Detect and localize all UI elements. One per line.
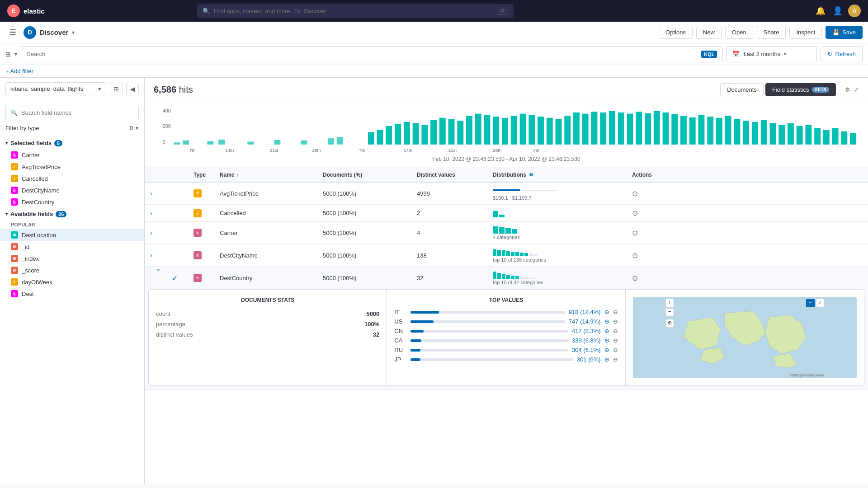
options-button[interactable]: Options <box>659 26 693 39</box>
field-search-bar[interactable]: 🔍 <box>5 105 139 120</box>
filter-bar: ⊞ ▾ KQL 📅 Last 2 months ▾ ↻ Refresh <box>0 43 868 65</box>
filter-by-type-chevron[interactable]: ▾ <box>136 125 139 131</box>
remove-filter-icon[interactable]: ⊖ <box>613 337 618 344</box>
action-cell[interactable]: ⊙ <box>632 251 686 260</box>
notifications-icon[interactable]: 🔔 <box>814 4 827 18</box>
selected-field-avgticketprice[interactable]: # AvgTicketPrice <box>0 161 144 173</box>
popular-section-label: Popular <box>0 220 144 229</box>
svg-rect-68 <box>761 120 767 145</box>
expand-row-avgticketprice[interactable]: › <box>150 190 168 197</box>
remove-filter-icon[interactable]: ⊖ <box>613 356 618 363</box>
selected-field-destcountry[interactable]: k DestCountry <box>0 196 144 208</box>
refresh-button[interactable]: ↻ Refresh <box>821 46 863 62</box>
share-button[interactable]: Share <box>757 26 786 39</box>
add-filter-button[interactable]: + Add filter <box>5 68 863 75</box>
svg-text:←: ← <box>808 300 813 305</box>
add-filter-icon[interactable]: ⊕ <box>604 356 609 363</box>
fullscreen-icon[interactable]: ⤢ <box>854 86 859 93</box>
search-shortcut: ⌘/ <box>497 7 508 15</box>
add-filter-icon[interactable]: ⊕ <box>604 347 609 353</box>
doc-cell: 5000 (100%) <box>323 190 413 197</box>
col-name[interactable]: Name ↑ <box>220 172 319 178</box>
index-pattern-selector[interactable]: kibana_sample_data_flights ▾ <box>5 82 106 95</box>
main-layout: kibana_sample_data_flights ▾ ⊞ ◀ 🔍 Filte… <box>0 78 868 484</box>
save-button[interactable]: 💾 Save <box>826 26 863 39</box>
tab-documents[interactable]: Documents <box>720 83 764 96</box>
row-selected-icon[interactable]: ✓ <box>172 274 190 282</box>
top-values-title: TOP VALUES <box>394 297 618 303</box>
global-search[interactable]: 🔍 ⌘/ <box>197 4 514 18</box>
svg-rect-67 <box>752 122 758 145</box>
remove-filter-icon[interactable]: ⊖ <box>613 347 618 353</box>
docs-stats-title: DOCUMENTS STATS <box>156 297 379 303</box>
selected-field-destcityname[interactable]: k DestCityName <box>0 184 144 196</box>
selected-field-cancelled[interactable]: ! Cancelled <box>0 173 144 184</box>
svg-rect-50 <box>600 113 606 145</box>
kql-badge[interactable]: KQL <box>701 51 717 58</box>
global-search-input[interactable] <box>213 8 493 14</box>
svg-rect-28 <box>404 122 410 145</box>
add-filter-icon[interactable]: ⊕ <box>604 328 609 334</box>
available-field-dest[interactable]: k Dest <box>0 288 144 300</box>
elastic-logo[interactable]: E elastic <box>7 5 45 17</box>
available-field-score[interactable]: ⊘ _score <box>0 264 144 276</box>
avatar[interactable]: A <box>848 5 861 17</box>
settings-icon[interactable]: ⚙ <box>845 86 850 93</box>
col-type: Type <box>193 172 216 178</box>
dist-cell: top 10 of 32 categories <box>493 271 628 285</box>
remove-filter-icon[interactable]: ⊖ <box>613 328 618 334</box>
new-button[interactable]: New <box>696 26 722 39</box>
search-bar[interactable]: KQL <box>21 46 723 62</box>
expand-row-cancelled[interactable]: › <box>150 210 168 217</box>
table-row-expanded: › ✓ k DestCountry 5000 (100%) 32 <box>145 267 868 390</box>
fields-view-toggle[interactable]: ⊞ <box>110 83 123 95</box>
table-row: › # AvgTicketPrice 5000 (100%) 4999 $100… <box>145 183 868 205</box>
remove-filter-icon[interactable]: ⊖ <box>613 318 618 325</box>
available-fields-header[interactable]: ▾ Available fields 26 <box>0 208 144 220</box>
filter-by-type-row: Filter by type 0 ▾ <box>0 125 144 135</box>
action-cell[interactable]: ⊙ <box>632 274 686 282</box>
table-header: Type Name ↑ Documents (%) Distinct value… <box>145 168 868 183</box>
expand-row-carrier[interactable]: › <box>150 229 168 236</box>
action-cell[interactable]: ⊙ <box>632 229 686 237</box>
svg-text:14th: 14th <box>404 148 412 153</box>
available-field-dayofweek[interactable]: # dayOfWeek <box>0 276 144 288</box>
add-filter-icon[interactable]: ⊕ <box>604 337 609 344</box>
distribution-icon[interactable]: ≋ <box>529 172 533 178</box>
available-field-id[interactable]: ⊘ _id <box>0 241 144 253</box>
user-icon[interactable]: 👤 <box>831 4 844 18</box>
app-dropdown-icon[interactable]: ▾ <box>72 29 75 36</box>
selected-field-carrier[interactable]: k Carrier <box>0 149 144 161</box>
add-filter-icon[interactable]: ⊕ <box>604 309 609 315</box>
action-cell[interactable]: ⊙ <box>632 189 686 198</box>
hits-count: 6,586 hits <box>154 84 193 95</box>
available-field-destlocation[interactable]: ⊕ DestLocation <box>0 229 144 241</box>
field-type-keyword-icon: k <box>11 187 18 194</box>
time-picker[interactable]: 📅 Last 2 months ▾ <box>726 46 817 62</box>
add-filter-icon[interactable]: ⊕ <box>604 318 609 325</box>
field-search-input[interactable] <box>21 109 134 116</box>
svg-rect-51 <box>609 111 615 145</box>
inspect-button[interactable]: Inspect <box>789 26 822 39</box>
collapse-sidebar-icon[interactable]: ◀ <box>126 83 139 95</box>
filter-by-type-label: Filter by type <box>5 125 39 131</box>
expand-row-destcountry[interactable]: › <box>156 269 163 287</box>
svg-text:200: 200 <box>163 124 171 129</box>
filter-expand-icon[interactable]: ⊞ <box>5 51 11 58</box>
search-input[interactable] <box>27 51 698 57</box>
tab-field-statistics[interactable]: Field statistics BETA <box>765 83 836 96</box>
open-button[interactable]: Open <box>725 26 753 39</box>
type-icon-keyword: k <box>193 229 202 237</box>
svg-rect-39 <box>502 118 508 145</box>
expanded-detail-panel: DOCUMENTS STATS count 5000 percentage 10… <box>148 289 864 386</box>
expand-row-destcityname[interactable]: › <box>150 252 168 259</box>
filter-collapse-icon[interactable]: ▾ <box>14 51 17 57</box>
svg-text:21st: 21st <box>270 148 278 153</box>
available-field-index[interactable]: ⊘ _index <box>0 253 144 264</box>
selected-fields-header[interactable]: ▾ Selected fields 5 <box>0 137 144 149</box>
table-row: › k Carrier 5000 (100%) 4 <box>145 222 868 244</box>
svg-rect-33 <box>448 119 455 144</box>
hamburger-menu[interactable]: ☰ <box>5 26 20 39</box>
remove-filter-icon[interactable]: ⊖ <box>613 309 618 315</box>
action-cell[interactable]: ⊙ <box>632 209 686 217</box>
